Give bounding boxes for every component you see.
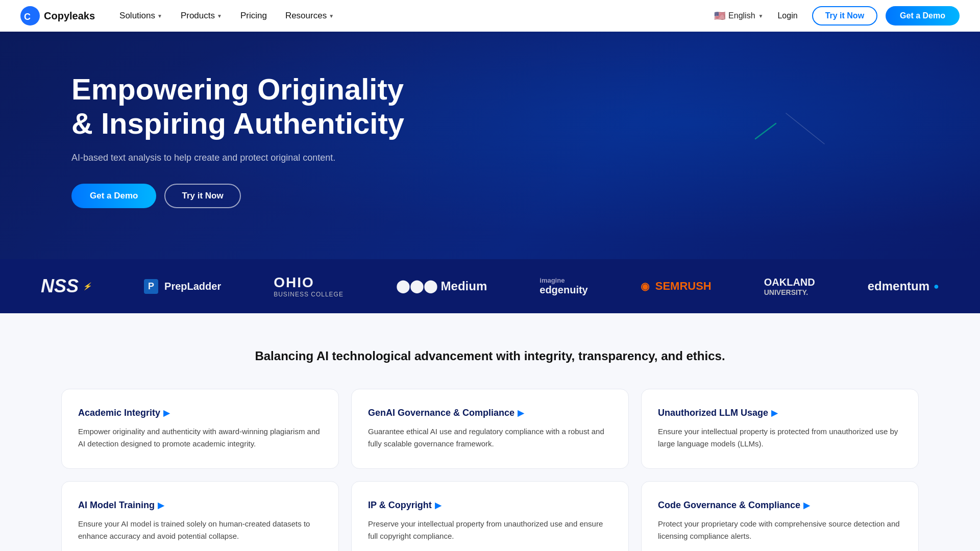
features-section: Balancing AI technological advancement w… [0, 313, 980, 551]
chevron-down-icon: ▼ [157, 13, 162, 19]
arrow-icon: ▶ [158, 500, 164, 510]
logo-medium: ⬤⬤⬤ Medium [396, 279, 487, 293]
logo-link[interactable]: C Copyleaks [20, 6, 95, 26]
nav-products[interactable]: Products ▼ [173, 7, 230, 25]
hero-section: Empowering Originality & Inspiring Authe… [0, 32, 980, 259]
feature-title-llm: Unauthorized LLM Usage ▶ [658, 408, 902, 418]
feature-card-llm: Unauthorized LLM Usage ▶ Ensure your int… [641, 389, 919, 469]
chevron-down-icon: ▼ [758, 13, 764, 19]
arrow-icon: ▶ [518, 408, 524, 418]
feature-desc-ip-copyright: Preserve your intellectual property from… [368, 518, 612, 542]
hero-subtitle: AI-based text analysis to help create an… [71, 153, 337, 163]
feature-title-ai-training: AI Model Training ▶ [78, 500, 322, 511]
feature-title-ip-copyright: IP & Copyright ▶ [368, 500, 612, 511]
logo-text: Copyleaks [44, 10, 95, 22]
feature-card-ai-training: AI Model Training ▶ Ensure your AI model… [61, 481, 339, 551]
feature-card-academic-integrity: Academic Integrity ▶ Empower originality… [61, 389, 339, 469]
feature-desc-ai-training: Ensure your AI model is trained solely o… [78, 518, 322, 542]
nav-pricing[interactable]: Pricing [232, 7, 275, 25]
svg-text:C: C [24, 12, 31, 22]
nav-solutions[interactable]: Solutions ▼ [111, 7, 170, 25]
feature-card-code-governance: Code Governance & Compliance ▶ Protect y… [641, 481, 919, 551]
arrow-icon: ▶ [771, 408, 777, 418]
nav-right: 🇺🇸 English ▼ Login Try it Now Get a Demo [714, 6, 960, 26]
language-label: English [728, 11, 755, 20]
chevron-down-icon: ▼ [217, 13, 222, 19]
login-button[interactable]: Login [771, 7, 803, 24]
feature-title-genai: GenAI Governance & Compliance ▶ [368, 408, 612, 418]
feature-card-genai: GenAI Governance & Compliance ▶ Guarante… [351, 389, 629, 469]
nav-links: Solutions ▼ Products ▼ Pricing Resources… [111, 7, 714, 25]
feature-title-academic: Academic Integrity ▶ [78, 408, 322, 418]
features-headline: Balancing AI technological advancement w… [61, 349, 919, 363]
logo-edmentum: edmentum ● [868, 279, 939, 293]
logo-icon: C [20, 6, 40, 26]
hero-buttons: Get a Demo Try it Now [71, 184, 909, 208]
arrow-icon: ▶ [803, 500, 810, 510]
feature-desc-academic: Empower originality and authenticity wit… [78, 425, 322, 450]
hero-title: Empowering Originality & Inspiring Authe… [71, 72, 429, 140]
feature-title-code-governance: Code Governance & Compliance ▶ [658, 500, 902, 511]
logo-semrush: ◉ SEMRUSH [641, 280, 712, 293]
arrow-icon: ▶ [163, 408, 169, 418]
svg-line-3 [786, 113, 824, 144]
logo-oakland: OAKLAND UNIVERSITY. [764, 277, 815, 296]
feature-desc-genai: Guarantee ethical AI use and regulatory … [368, 425, 612, 450]
chevron-down-icon: ▼ [329, 13, 334, 19]
flag-icon: 🇺🇸 [714, 10, 725, 21]
feature-desc-code-governance: Protect your proprietary code with compr… [658, 518, 902, 542]
language-selector[interactable]: 🇺🇸 English ▼ [714, 10, 763, 21]
get-demo-button-hero[interactable]: Get a Demo [71, 184, 156, 208]
logo-nss: NSS ⚡ [41, 276, 91, 297]
try-it-now-button[interactable]: Try it Now [812, 6, 877, 26]
get-demo-button-nav[interactable]: Get a Demo [886, 6, 960, 26]
logo-edgenuity: imagine edgenuity [540, 277, 587, 296]
logo-ohio: OHIO BUSINESS COLLEGE [274, 274, 344, 298]
arrow-icon: ▶ [435, 500, 441, 510]
try-it-now-button-hero[interactable]: Try it Now [164, 184, 240, 208]
nav-resources[interactable]: Resources ▼ [277, 7, 342, 25]
navbar: C Copyleaks Solutions ▼ Products ▼ Prici… [0, 0, 980, 32]
features-grid: Academic Integrity ▶ Empower originality… [61, 389, 919, 551]
svg-line-2 [755, 123, 776, 139]
feature-card-ip-copyright: IP & Copyright ▶ Preserve your intellect… [351, 481, 629, 551]
logo-prepladder: P PrepLadder [144, 279, 221, 294]
logos-strip: NSS ⚡ P PrepLadder OHIO BUSINESS COLLEGE… [0, 259, 980, 313]
feature-desc-llm: Ensure your intellectual property is pro… [658, 425, 902, 450]
hero-decoration [745, 108, 827, 151]
